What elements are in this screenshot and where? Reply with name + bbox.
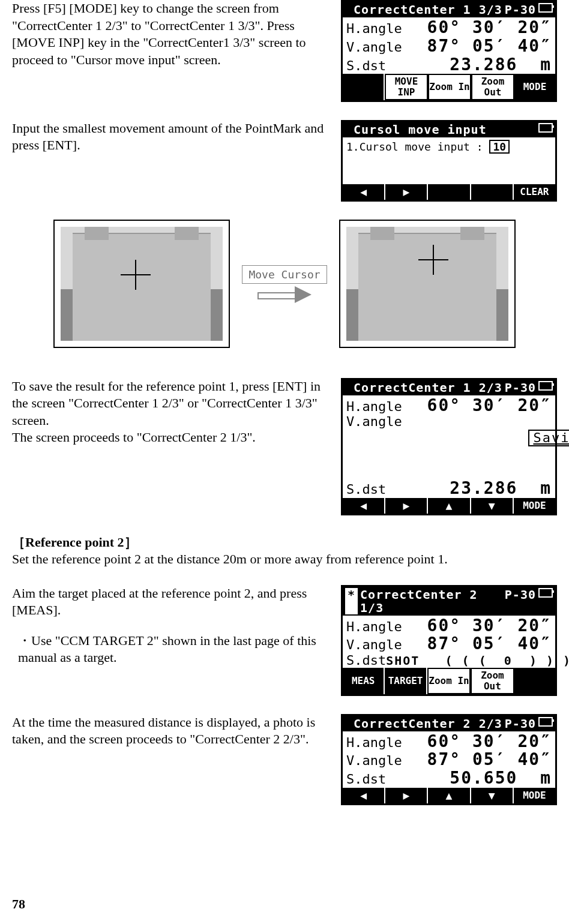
softkey-up-icon[interactable]: ▲ — [428, 498, 471, 514]
page-number: 78 — [12, 896, 25, 912]
softkey-up-icon[interactable]: ▲ — [428, 788, 471, 803]
saving-indicator: Saving.... — [528, 430, 569, 446]
step-1-text: Press [F5] [MODE] key to change the scre… — [12, 0, 341, 68]
step-4-note: ・Use "CCM TARGET 2" shown in the last pa… — [12, 632, 335, 667]
battery-icon — [538, 717, 553, 727]
step-2: Input the smallest movement amount of th… — [12, 120, 557, 202]
screen-title: CorrectCenter 2 1/3 — [360, 588, 505, 614]
step-5-text: At the time the measured distance is dis… — [12, 714, 341, 748]
softkey-mode[interactable]: MODE — [514, 498, 555, 514]
softkey-zoom-out[interactable]: Zoom Out — [471, 668, 513, 693]
move-cursor-label: Move Cursor — [242, 265, 327, 284]
screen-mode: P-30 — [505, 588, 536, 614]
move-cursor-diagram: Move Cursor — [12, 220, 557, 348]
ref-point-2-heading: ［Reference point 2］ — [12, 533, 557, 551]
softkey-clear[interactable]: CLEAR — [514, 184, 555, 200]
battery-icon — [538, 3, 553, 13]
step-2-text: Input the smallest movement amount of th… — [12, 120, 341, 154]
softkey-zoom-in[interactable]: Zoom In — [429, 74, 471, 99]
softkey-mode[interactable]: MODE — [514, 74, 555, 100]
screen-title: CorrectCenter 1 3/3 — [354, 3, 505, 16]
softkey-right-icon[interactable]: ▶ — [385, 788, 428, 803]
softkey-move-inp[interactable]: MOVE INP — [385, 74, 427, 99]
step-4-text: Aim the target placed at the reference p… — [12, 585, 335, 619]
photo-after — [339, 220, 516, 348]
screen-title: Cursol move input — [354, 123, 536, 136]
battery-icon — [538, 123, 553, 133]
ref-point-2-section: ［Reference point 2］ Set the reference po… — [12, 533, 557, 567]
softkey-zoom-in[interactable]: Zoom In — [428, 668, 470, 693]
input-label: 1.Cursol move input : — [346, 140, 483, 153]
screen-correctcenter-1-3-3: CorrectCenter 1 3/3 P-30 H.angle60° 30′ … — [341, 0, 557, 102]
step-4: Aim the target placed at the reference p… — [12, 585, 557, 696]
input-value[interactable]: 10 — [489, 140, 510, 154]
softkey-right-icon[interactable]: ▶ — [385, 498, 428, 514]
softkey-down-icon[interactable]: ▼ — [471, 788, 514, 803]
softkey-f3[interactable] — [428, 184, 471, 200]
softkey-meas[interactable]: MEAS — [343, 668, 385, 694]
softkey-left-icon[interactable]: ◀ — [343, 498, 385, 514]
softkey-f4[interactable] — [471, 184, 514, 200]
screen-correctcenter-2-2-3: CorrectCenter 2 2/3 P-30 H.angle60° 30′ … — [341, 714, 557, 805]
softkey-target[interactable]: TARGET — [385, 668, 427, 694]
crosshair-icon — [121, 260, 151, 290]
photo-before — [53, 220, 230, 348]
step-5: At the time the measured distance is dis… — [12, 714, 557, 805]
screen-correctcenter-1-2-3-saving: CorrectCenter 1 2/3 P-30 H.angle60° 30′ … — [341, 378, 557, 515]
screen-mode: P-30 — [505, 381, 536, 394]
battery-icon — [538, 381, 553, 391]
softkey-zoom-out[interactable]: Zoom Out — [472, 74, 514, 99]
softkey-mode[interactable]: MODE — [514, 788, 555, 803]
screen-title: CorrectCenter 2 2/3 — [354, 717, 505, 730]
screen-cursol-move-input: Cursol move input 1.Cursol move input : … — [341, 120, 557, 202]
step-3: To save the result for the reference poi… — [12, 378, 557, 515]
step-1: Press [F5] [MODE] key to change the scre… — [12, 0, 557, 102]
screen-mode: P-30 — [505, 3, 536, 16]
screen-correctcenter-2-1-3: * CorrectCenter 2 1/3 P-30 H.angle60° 30… — [341, 585, 557, 696]
softkey-down-icon[interactable]: ▼ — [471, 498, 514, 514]
crosshair-icon — [418, 245, 448, 275]
ref-point-2-instruction: Set the reference point 2 at the distanc… — [12, 551, 557, 567]
active-marker: * — [345, 588, 358, 614]
softkey-left-icon[interactable]: ◀ — [343, 184, 385, 200]
screen-mode: P-30 — [505, 717, 536, 730]
battery-icon — [538, 588, 553, 598]
arrow-right-icon — [257, 287, 312, 302]
softkey-f5[interactable] — [514, 668, 555, 694]
softkey-f1[interactable] — [343, 74, 385, 100]
softkey-left-icon[interactable]: ◀ — [343, 788, 385, 803]
softkey-right-icon[interactable]: ▶ — [385, 184, 428, 200]
screen-title: CorrectCenter 1 2/3 — [354, 381, 505, 394]
step-3-text: To save the result for the reference poi… — [12, 378, 341, 446]
